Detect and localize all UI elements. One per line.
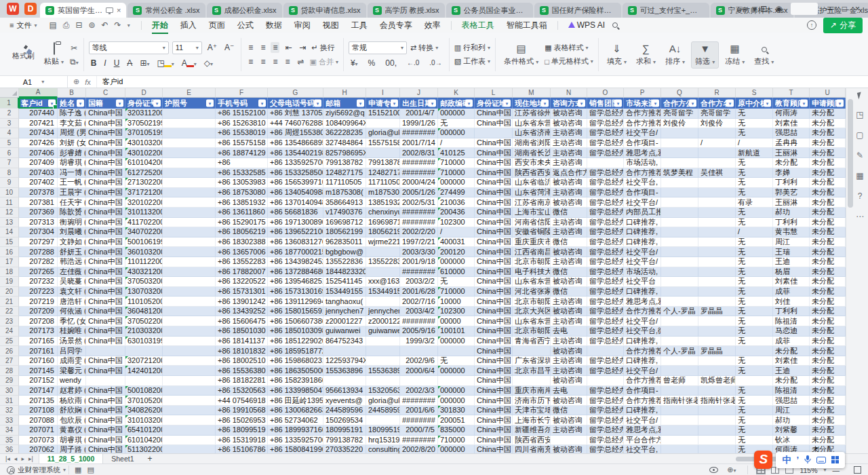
filter-dropdown-icon[interactable]: ▾	[391, 100, 398, 107]
cell-A9[interactable]: 207402	[19, 178, 58, 188]
cell-S23[interactable]: 无	[736, 316, 773, 326]
cell-J15[interactable]: 1997/2/21	[400, 238, 438, 248]
cell-U2[interactable]: 未分配	[810, 109, 846, 119]
cell-R12[interactable]	[698, 208, 736, 218]
cell-J11[interactable]: 2002/5/31	[400, 197, 438, 208]
cell-I27[interactable]	[366, 356, 400, 366]
cell-U14[interactable]: 未分配	[810, 227, 846, 238]
cell-Q36[interactable]	[661, 445, 698, 453]
cell-D33[interactable]: 310103200212255069	[125, 415, 163, 425]
decrease-decimal-icon[interactable]: .0→	[427, 58, 443, 67]
cell-S14[interactable]: /	[736, 227, 773, 238]
cell-Q21[interactable]	[661, 297, 698, 307]
cell-P24[interactable]: 社交平台,微	[624, 326, 661, 337]
cell-S16[interactable]: 无	[736, 247, 773, 257]
cell-O30[interactable]: 留学总经办	[587, 386, 624, 396]
cell-A28[interactable]: 207145	[19, 366, 58, 376]
cell-N28[interactable]: 主动咨询	[551, 366, 587, 376]
cell-C8[interactable]: China中国	[86, 168, 125, 178]
cell-U26[interactable]: 未分配	[810, 346, 846, 356]
cell-P21[interactable]: 雅思考点,雅	[624, 297, 661, 307]
cell-Q4[interactable]	[661, 128, 698, 138]
header-cell-E1[interactable]: 护照号▾	[163, 98, 216, 109]
cell-O29[interactable]	[587, 376, 624, 386]
next-sheet-icon[interactable]: ▸	[21, 455, 24, 462]
cell-I15[interactable]: wjrme221(	[366, 238, 400, 248]
cell-P35[interactable]: 平台合作方	[624, 436, 661, 446]
cell-I32[interactable]: 244589596	[366, 406, 400, 416]
cell-A4[interactable]: 207434	[19, 128, 58, 138]
cell-E21[interactable]	[163, 297, 216, 307]
cell-P9[interactable]: 社交平台,	[624, 178, 661, 188]
cell-B18[interactable]: 左佳薇 (女	[58, 267, 86, 278]
bold-icon[interactable]: B	[89, 58, 99, 69]
upload-icon[interactable]: ↑	[807, 20, 816, 30]
fill-color-icon[interactable]: ◳▾	[155, 58, 176, 69]
cell-T15[interactable]: 周江	[773, 238, 810, 248]
cell-O35[interactable]: 留学总经办	[587, 436, 624, 446]
cell-H28[interactable]: 155363896	[323, 366, 366, 376]
filter-dropdown-icon[interactable]: ▾	[357, 100, 364, 107]
cell-T4[interactable]: 强思喆	[773, 128, 810, 138]
cell-K23[interactable]: 00000	[438, 316, 475, 326]
cell-U20[interactable]: 未分配	[810, 287, 846, 297]
column-header-F[interactable]: F	[216, 88, 268, 98]
cell-I24[interactable]: guiwanwei	[366, 326, 400, 337]
sheet-tab-active[interactable]: 11_28_5_1000	[39, 454, 104, 463]
cell-D9[interactable]: 271302200004241013	[125, 178, 163, 188]
cell-M5[interactable]: 湖南省浏阳	[513, 138, 551, 149]
cell-I25[interactable]	[366, 337, 400, 347]
cell-C19[interactable]: China中国	[86, 277, 125, 287]
cell-P31[interactable]: 合作方推荐	[624, 396, 661, 406]
cell-D35[interactable]: 610104200212213421	[125, 436, 163, 446]
cell-J13[interactable]: ########	[400, 218, 438, 228]
cell-E12[interactable]	[163, 208, 216, 218]
row-header-23[interactable]: 23	[0, 316, 19, 326]
cell-T7[interactable]: 未分配	[773, 158, 810, 168]
wrap-text-button[interactable]: ↵换行	[312, 43, 335, 53]
row-header-32[interactable]: 32	[0, 406, 19, 416]
percent-icon[interactable]: %	[366, 58, 378, 69]
cell-E8[interactable]	[163, 168, 216, 178]
cell-G32[interactable]: +86 1300682663	[268, 406, 323, 416]
wps-docs-icon[interactable]: D	[24, 3, 37, 15]
cell-R31[interactable]: 指南针张老	[698, 396, 736, 406]
cell-B36[interactable]: 周子路 (女	[58, 445, 86, 453]
decrease-indent-icon[interactable]: ⇤	[283, 42, 294, 53]
cell-N33[interactable]: 被动咨询	[551, 415, 587, 425]
cell-L18[interactable]: China中国	[475, 267, 513, 278]
cell-Q10[interactable]	[661, 188, 698, 198]
cell-K33[interactable]: 200051	[438, 415, 475, 425]
cell-U31[interactable]: 未分配	[810, 396, 846, 406]
wps-logo-icon[interactable]: W	[7, 3, 19, 15]
cell-T22[interactable]: 丁利利	[773, 307, 810, 317]
cell-J31[interactable]: ########	[400, 396, 438, 406]
cursor-icon[interactable]	[857, 92, 863, 99]
cell-T10[interactable]: 郭美艺	[773, 188, 810, 198]
cell-M28[interactable]: 北京市昌平	[513, 366, 551, 376]
filter-dropdown-icon[interactable]: ▾	[206, 100, 214, 107]
row-header-19[interactable]: 19	[0, 277, 19, 287]
cell-N26[interactable]: 被动咨询	[551, 346, 587, 356]
cell-N29[interactable]: 被动咨询	[551, 376, 587, 386]
cell-N14[interactable]: 主动咨询	[551, 227, 587, 238]
cell-B20[interactable]: 袁文轩 (女	[58, 287, 86, 297]
cell-N10[interactable]: 主动咨询	[551, 188, 587, 198]
cell-R28[interactable]	[698, 366, 736, 376]
cell-J25[interactable]: 1999/3/2	[400, 337, 438, 347]
row-header-21[interactable]: 21	[0, 297, 19, 307]
sheet-tab-sheet1[interactable]: Sheet1	[103, 454, 142, 463]
cell-T8[interactable]: 李婵	[773, 168, 810, 178]
cell-Q23[interactable]	[661, 316, 698, 326]
cell-G26[interactable]: +86 1859518772	[268, 346, 323, 356]
cell-K13[interactable]: 102300	[438, 218, 475, 228]
cell-R11[interactable]	[698, 197, 736, 208]
fullscreen-icon[interactable]	[854, 466, 861, 474]
cell-U23[interactable]: 未分配	[810, 316, 846, 326]
cell-D26[interactable]	[125, 346, 163, 356]
cell-S11[interactable]: 有录	[736, 197, 773, 208]
cell-C30[interactable]: China中国	[86, 386, 125, 396]
cell-I16[interactable]	[366, 247, 400, 257]
cell-S33[interactable]: 无	[736, 415, 773, 425]
cell-A31[interactable]: 207135	[19, 396, 58, 406]
